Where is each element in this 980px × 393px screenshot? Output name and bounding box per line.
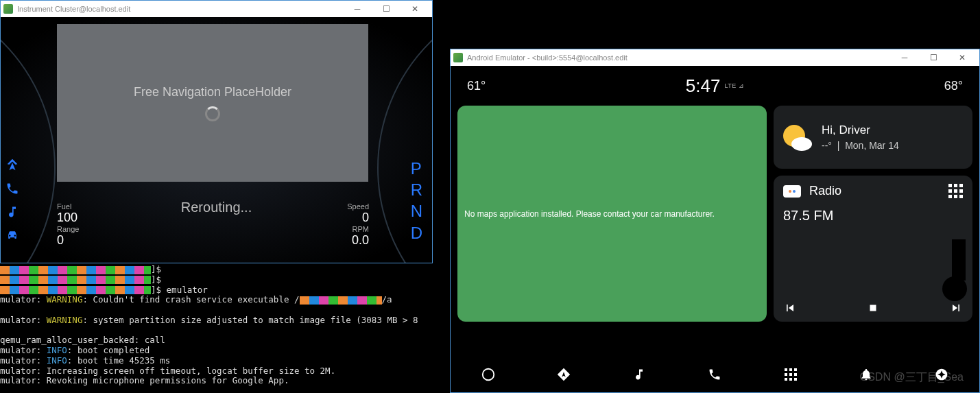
- weather-card[interactable]: Hi, Driver --° | Mon, Mar 14: [774, 106, 972, 169]
- gear-n: N: [411, 200, 422, 222]
- minimize-button[interactable]: ─: [890, 49, 919, 66]
- terminal-line: mulator: INFO: boot time 45235 ms: [0, 356, 446, 366]
- terminal-line: mulator: INFO: boot completed: [0, 346, 446, 356]
- emulator-screen: 61° 5:47 LTE ⊿ 68° No maps application i…: [451, 66, 979, 392]
- terminal-line: mulator: Revoking microphone permissions…: [0, 376, 446, 386]
- terminal-line: mulator: WARNING: Couldn't find crash se…: [0, 295, 446, 305]
- gear-p: P: [411, 158, 422, 179]
- gear-d: D: [411, 222, 422, 243]
- rpm-label: RPM: [347, 225, 369, 233]
- android-emulator-window: Android Emulator - <build>:5554@localhos…: [450, 49, 980, 393]
- music-icon[interactable]: [5, 204, 20, 219]
- cluster-body: Free Navigation PlaceHolder Rerouting...…: [1, 17, 432, 263]
- temp-left: 61°: [467, 79, 486, 93]
- app-icon: [453, 53, 463, 62]
- status-bar: 61° 5:47 LTE ⊿ 68°: [451, 66, 979, 106]
- next-button[interactable]: [949, 301, 963, 315]
- map-message: No maps application installed. Please co…: [464, 209, 715, 219]
- svg-rect-0: [870, 305, 876, 311]
- svg-point-1: [483, 369, 494, 381]
- minimize-button[interactable]: ─: [343, 1, 372, 17]
- terminal-line: mulator: Increasing screen off timeout, …: [0, 366, 446, 377]
- terminal-line: ]$: [0, 275, 446, 285]
- temp-right: 68°: [944, 79, 963, 93]
- nav-placeholder-text: Free Navigation PlaceHolder: [134, 85, 291, 99]
- instrument-cluster-window: Instrument Cluster@localhost.edit ─ ☐ ✕ …: [0, 0, 433, 263]
- previous-button[interactable]: [783, 301, 797, 315]
- fuel-label: Fuel: [57, 202, 79, 211]
- apps-button[interactable]: [781, 365, 800, 384]
- close-button[interactable]: ✕: [401, 1, 429, 17]
- rpm-value: 0.0: [347, 233, 369, 248]
- terminal-line: qemu_ram_alloc_user_backed: call: [0, 335, 446, 346]
- radio-title: Radio: [809, 184, 940, 198]
- app-icon: [3, 4, 13, 14]
- maximize-button[interactable]: ☐: [372, 1, 401, 17]
- terminal-line: ]$: [0, 265, 446, 275]
- assistant-button[interactable]: [932, 365, 951, 384]
- weather-partly-cloudy-icon: [782, 122, 812, 152]
- speed-label: Speed: [347, 202, 369, 211]
- weather-date: Mon, Mar 14: [845, 140, 899, 151]
- maximize-button[interactable]: ☐: [919, 49, 948, 66]
- cards-grid: No maps application installed. Please co…: [451, 106, 979, 322]
- window-title: Instrument Cluster@localhost.edit: [17, 5, 130, 13]
- music-note-icon: [911, 239, 972, 308]
- notifications-button[interactable]: [857, 365, 876, 384]
- window-title: Android Emulator - <build>:5554@localhos…: [467, 53, 628, 62]
- gauge-arc-right: [377, 17, 432, 263]
- titlebar[interactable]: Android Emulator - <build>:5554@localhos…: [451, 49, 979, 66]
- stats-right: Speed 0 RPM 0.0: [347, 202, 369, 248]
- range-label: Range: [57, 225, 79, 233]
- navigation-icon[interactable]: [5, 158, 20, 173]
- fuel-value: 100: [57, 211, 79, 225]
- spinner-icon: [205, 106, 220, 121]
- close-button[interactable]: ✕: [948, 49, 977, 66]
- home-button[interactable]: [479, 365, 498, 384]
- weather-temp: --°: [822, 140, 832, 151]
- rerouting-text: Rerouting...: [181, 200, 252, 215]
- range-value: 0: [57, 233, 79, 248]
- map-card[interactable]: No maps application installed. Please co…: [457, 106, 767, 322]
- clock: 5:47: [686, 75, 721, 97]
- bottom-dock: [451, 357, 979, 392]
- apps-grid-icon[interactable]: [948, 184, 963, 198]
- radio-icon: [783, 185, 801, 198]
- speed-value: 0: [347, 211, 369, 225]
- car-icon[interactable]: [5, 228, 20, 243]
- terminal[interactable]: ]$ ]$ ]$ emulator mulator: WARNING: Coul…: [0, 263, 446, 393]
- stop-button[interactable]: [867, 302, 879, 314]
- gear-r: R: [411, 179, 422, 200]
- radio-card[interactable]: Radio 87.5 FM: [774, 176, 972, 322]
- music-button[interactable]: [630, 365, 649, 384]
- nav-placeholder: Free Navigation PlaceHolder: [57, 24, 368, 182]
- titlebar[interactable]: Instrument Cluster@localhost.edit ─ ☐ ✕: [1, 1, 432, 17]
- phone-icon[interactable]: [5, 181, 20, 196]
- weather-greeting: Hi, Driver: [822, 123, 899, 137]
- radio-frequency: 87.5 FM: [783, 208, 963, 224]
- terminal-line: mulator: WARNING: system partition size …: [0, 315, 446, 326]
- navigation-button[interactable]: [554, 365, 573, 384]
- gear-indicator: P R N D: [411, 158, 422, 243]
- side-icons: [5, 158, 20, 243]
- network-indicator: LTE ⊿: [724, 82, 744, 89]
- terminal-line: ]$ emulator: [0, 285, 446, 296]
- stats-left: Fuel 100 Range 0: [57, 202, 79, 248]
- phone-button[interactable]: [705, 365, 724, 384]
